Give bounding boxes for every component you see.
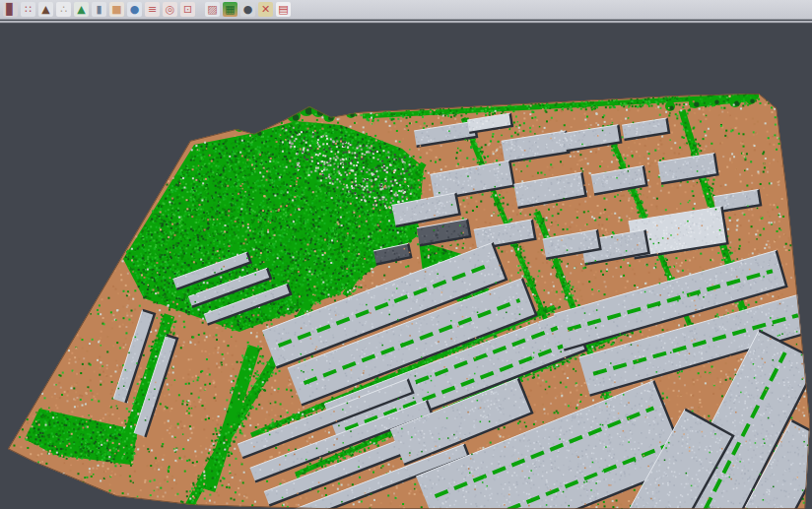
classified-cloud-icon[interactable]: ▦ — [223, 2, 237, 17]
snapshot-icon[interactable]: ▨ — [205, 2, 220, 17]
camera-icon[interactable]: ● — [240, 2, 255, 17]
selection-circle-icon[interactable]: ◎ — [163, 2, 177, 17]
profile-view-icon[interactable]: ▮ — [92, 2, 106, 17]
sparse-points-icon[interactable]: ∴ — [56, 2, 71, 17]
attribute-table-icon[interactable]: ≡ — [145, 2, 160, 17]
clear-selection-icon[interactable]: ✕ — [258, 2, 273, 17]
viewport-3d-canvas[interactable] — [0, 24, 812, 509]
vegetation-model-icon[interactable]: ▲ — [74, 2, 89, 17]
terrain-model-icon[interactable]: ▲ — [38, 2, 53, 17]
merge-points-icon[interactable]: ∷ — [21, 2, 35, 17]
selection-box-icon[interactable]: ⊡ — [180, 2, 195, 17]
open-cloud-icon[interactable]: ▊ — [3, 2, 18, 17]
orthoimage-icon[interactable]: ■ — [109, 2, 124, 17]
globe-view-icon[interactable]: ● — [127, 2, 142, 17]
app-toolbar: ▊∷▲∴▲▮■●≡◎⊡▨▦●✕▤ — [0, 0, 812, 20]
layers-icon[interactable]: ▤ — [276, 2, 291, 17]
